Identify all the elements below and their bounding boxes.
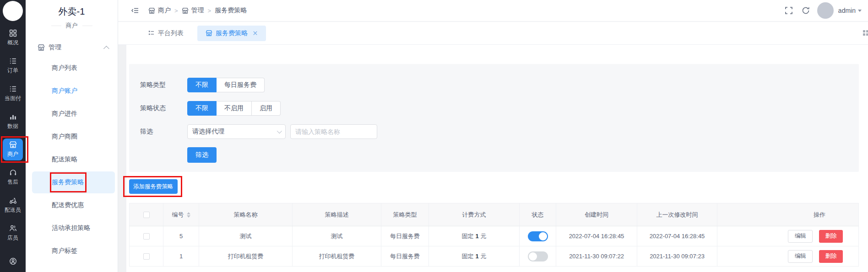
sidebar-item-activity-cost-policy[interactable]: 活动承担策略 <box>26 217 118 240</box>
header-type: 策略类型 <box>381 203 429 226</box>
store-icon <box>148 7 155 14</box>
header-billing: 计费方式 <box>429 203 520 226</box>
tab-platform-list[interactable]: 平台列表 <box>140 26 192 41</box>
breadcrumb-label: 商户 <box>158 6 171 15</box>
breadcrumb-item-manage[interactable]: 管理 <box>182 6 204 15</box>
type-option-daily-fee[interactable]: 每日服务费 <box>217 78 265 92</box>
header-id[interactable]: 编号 <box>163 203 199 226</box>
cell-desc: 测试 <box>293 226 381 246</box>
row-checkbox[interactable] <box>143 253 150 260</box>
cell-desc: 打印机租赁费 <box>293 246 381 267</box>
rail-item-orders[interactable]: 订单 <box>0 55 26 77</box>
type-option-unlimited[interactable]: 不限 <box>187 78 217 92</box>
cell-status <box>520 226 556 246</box>
collapse-menu-icon[interactable] <box>131 6 139 15</box>
close-icon[interactable] <box>253 31 258 36</box>
sidebar-item-service-fee-policy[interactable]: 服务费策略 <box>26 171 118 194</box>
breadcrumb-label: 服务费策略 <box>215 6 247 15</box>
sort-caret-icon[interactable] <box>187 212 190 218</box>
breadcrumb-separator: > <box>208 7 212 14</box>
grid-icon <box>9 29 17 37</box>
sidebar-item-label: 商户账户 <box>52 87 77 95</box>
rail-item-data[interactable]: 数据 <box>0 111 26 133</box>
brand-block: 外卖-1 商户 <box>26 0 118 32</box>
edit-button[interactable]: 编辑 <box>788 250 813 263</box>
add-service-fee-policy-button[interactable]: 添加服务费策略 <box>129 179 178 194</box>
sidebar-item-merchant-list[interactable]: 商户列表 <box>26 57 118 80</box>
status-option-disabled[interactable]: 不启用 <box>217 101 252 116</box>
content-wrap: 策略类型 不限 每日服务费 策略状态 不限 不启用 启用 <box>118 45 868 272</box>
rail-item-label: 数据 <box>7 123 18 130</box>
scooter-icon <box>9 197 17 204</box>
status-option-enabled[interactable]: 启用 <box>252 101 281 116</box>
sidebar-item-merchant-district[interactable]: 商户商圈 <box>26 125 118 148</box>
breadcrumb-item-merchant[interactable]: 商户 <box>148 6 171 15</box>
filter-label: 筛选 <box>140 128 187 136</box>
status-toggle[interactable] <box>528 251 548 261</box>
sidebar-item-merchant-account[interactable]: 商户账户 <box>26 80 118 102</box>
headset-icon <box>9 169 17 176</box>
rail-item-member-partial[interactable] <box>0 250 26 272</box>
cell-created: 2021-11-30 09:07:22 <box>556 246 637 267</box>
breadcrumb-item-service-fee[interactable]: 服务费策略 <box>215 6 247 15</box>
list-grid-icon <box>148 30 155 37</box>
divider <box>82 26 92 26</box>
sidebar-item-merchant-onboarding[interactable]: 商户进件 <box>26 102 118 125</box>
chevron-up-icon <box>103 46 109 52</box>
tab-service-fee-policy[interactable]: 服务费策略 <box>197 26 266 41</box>
caret-down-icon <box>858 10 862 12</box>
sidebar-item-merchant-tags[interactable]: 商户标签 <box>26 240 118 262</box>
sidebar-item-label: 活动承担策略 <box>52 224 90 232</box>
rail-item-aftersale[interactable]: 售后 <box>0 166 26 188</box>
delete-button[interactable]: 删除 <box>819 230 843 243</box>
chevron-down-icon <box>277 128 282 133</box>
table-row: 1 打印机租赁费 打印机租赁费 每日服务费 固定1元 2021-11-30 09… <box>130 246 859 267</box>
select-all-checkbox[interactable] <box>143 212 150 218</box>
cell-name: 打印机租赁费 <box>199 246 293 267</box>
brand-title: 外卖-1 <box>26 0 118 18</box>
agent-select-placeholder: 请选择代理 <box>192 128 224 136</box>
sidebar-item-label: 服务费策略 <box>52 178 84 187</box>
rail-item-label: 概况 <box>7 39 18 47</box>
delete-button[interactable]: 删除 <box>819 250 843 263</box>
refresh-icon[interactable] <box>802 6 810 15</box>
app-window: 概况 订单 当面付 数据 商户 售后 配送员 <box>0 0 868 272</box>
filter-label: 策略状态 <box>140 104 187 112</box>
sidebar-item-label: 商户标签 <box>52 247 77 255</box>
rail-item-label: 店员 <box>7 234 18 242</box>
status-option-unlimited[interactable]: 不限 <box>187 101 217 116</box>
sidebar-group-manage[interactable]: 管理 <box>26 38 118 57</box>
user-circle-icon <box>9 257 17 265</box>
filter-submit-button[interactable]: 筛选 <box>187 147 217 163</box>
store-icon <box>206 30 212 37</box>
rail-item-courier[interactable]: 配送员 <box>0 194 26 216</box>
sidebar-item-delivery-policy[interactable]: 配送策略 <box>26 148 118 171</box>
cell-modified: 2022-07-04 16:28:45 <box>637 226 717 246</box>
edit-button[interactable]: 编辑 <box>788 230 813 243</box>
filter-label: 策略类型 <box>140 81 187 89</box>
page-content: 策略类型 不限 每日服务费 策略状态 不限 不启用 启用 <box>126 45 868 272</box>
agent-select[interactable]: 请选择代理 <box>187 124 286 139</box>
rail-item-facepay[interactable]: 当面付 <box>0 83 26 105</box>
rail-item-merchant[interactable]: 商户 <box>0 139 26 160</box>
rail-item-overview[interactable]: 概况 <box>0 27 26 49</box>
cell-id: 5 <box>163 226 199 246</box>
fullscreen-icon[interactable] <box>785 6 793 15</box>
header-created: 创建时间 <box>556 203 637 226</box>
user-menu[interactable]: admin <box>838 7 862 14</box>
row-checkbox[interactable] <box>143 233 150 240</box>
policy-name-input[interactable] <box>290 124 377 139</box>
rail-item-staff[interactable]: 店员 <box>0 222 26 244</box>
rail-item-label: 当面付 <box>5 95 21 102</box>
sidebar-item-delivery-fee-discount[interactable]: 配送费优惠 <box>26 194 118 217</box>
username-label: admin <box>838 7 856 14</box>
user-avatar[interactable] <box>817 2 834 19</box>
status-toggle[interactable] <box>528 231 548 241</box>
sidebar-item-label: 商户商圈 <box>52 133 77 141</box>
cell-id: 1 <box>163 246 199 267</box>
rail-item-label: 商户 <box>7 150 18 158</box>
tab-options-grid-icon[interactable] <box>863 30 868 36</box>
icon-rail: 概况 订单 当面付 数据 商户 售后 配送员 <box>0 0 26 272</box>
segmented-status: 不限 不启用 启用 <box>187 101 281 116</box>
tab-bar: 平台列表 服务费策略 <box>118 22 868 45</box>
